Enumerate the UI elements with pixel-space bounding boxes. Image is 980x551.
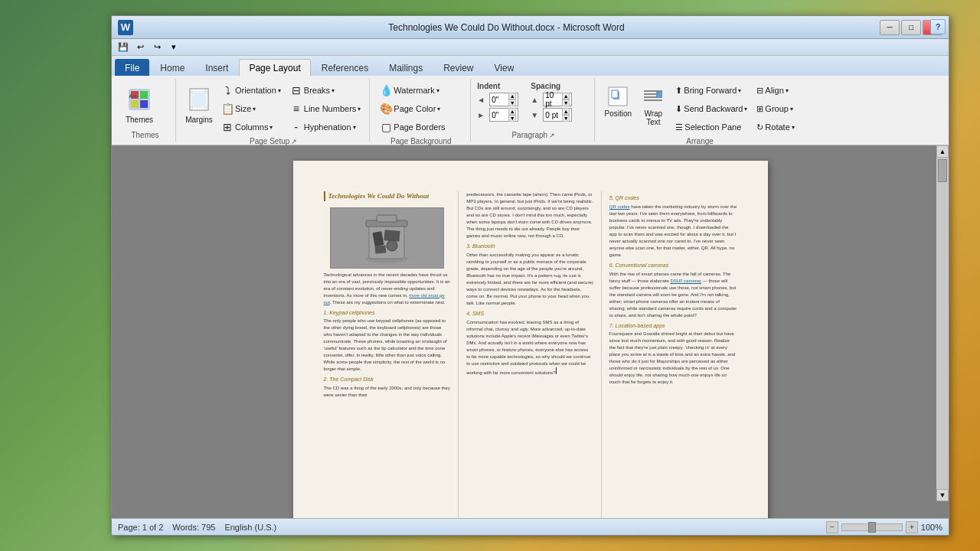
svg-rect-19 — [656, 92, 662, 98]
line-numbers-icon: ≡ — [290, 103, 302, 115]
tab-home[interactable]: Home — [150, 59, 194, 76]
indent-label: Indent — [477, 82, 518, 90]
send-backward-button[interactable]: ⬇ Send Backward ▾ — [671, 100, 751, 117]
svg-rect-2 — [140, 91, 148, 99]
indent-right-arrows: ▲ ▼ — [508, 108, 516, 122]
indent-left-up[interactable]: ▲ — [508, 93, 516, 99]
margins-button[interactable]: Margins — [182, 82, 216, 128]
trash-image — [330, 207, 444, 269]
svg-rect-4 — [140, 100, 148, 108]
themes-group-label: Themes — [119, 131, 171, 142]
minimize-button[interactable]: ─ — [880, 20, 900, 35]
line-numbers-label: Line Numbers — [304, 104, 356, 113]
margins-label: Margins — [185, 116, 213, 124]
svg-rect-18 — [644, 99, 662, 101]
dslr-link[interactable]: DSLR cameras — [670, 279, 701, 283]
vertical-scrollbar[interactable]: ▲ ▼ — [936, 145, 949, 501]
tab-mailings[interactable]: Mailings — [379, 59, 433, 76]
size-button[interactable]: 📋 Size ▾ — [217, 100, 285, 117]
indent-column: Indent ◄ 0" ▲ ▼ — [477, 82, 518, 122]
page-color-button[interactable]: 🎨 Page Color ▾ — [376, 100, 449, 117]
align-label: Align — [765, 86, 783, 95]
svg-rect-3 — [131, 100, 139, 108]
spacing-before-down[interactable]: ▼ — [562, 99, 570, 106]
window-title: Technologies We Could Do Without.docx - … — [388, 22, 624, 33]
hyphenation-label: Hyphenation — [304, 122, 351, 132]
page-column-2: predecessors, the cassette tape (ahem). … — [459, 191, 602, 518]
page-column-1: Technologies We Could Do Without — [316, 191, 459, 518]
spacing-before-label: ▲ — [531, 96, 541, 104]
tab-review[interactable]: Review — [433, 59, 483, 76]
position-icon — [607, 86, 629, 107]
selection-pane-button[interactable]: ☰ Selection Pane — [671, 119, 751, 135]
tab-page-layout[interactable]: Page Layout — [239, 59, 310, 77]
document-area[interactable]: Technologies We Could Do Without — [112, 145, 949, 518]
words-status: Words: 795 — [172, 523, 215, 532]
themes-group-content: Aa Themes — [119, 79, 159, 131]
columns-button[interactable]: ⊞ Columns ▾ — [217, 119, 285, 135]
maximize-button[interactable]: □ — [901, 20, 921, 35]
breaks-button[interactable]: ⊟ Breaks ▾ — [286, 82, 364, 99]
spacing-before-spinbox[interactable]: 10 pt ▲ ▼ — [543, 93, 572, 106]
title-bar: W Technologies We Could Do Without.docx … — [112, 16, 949, 39]
spacing-after-arrows: ▲ ▼ — [562, 108, 570, 122]
heading-cameras: 6. Conventional cameras — [609, 262, 737, 269]
qr-codes-link[interactable]: QR codes — [609, 204, 630, 209]
indent-left-down[interactable]: ▼ — [508, 99, 516, 106]
tab-references[interactable]: References — [312, 59, 378, 76]
indent-right-down[interactable]: ▼ — [508, 115, 516, 122]
paragraph-dialog-launcher[interactable]: ↗ — [549, 132, 555, 139]
word-window: W Technologies We Could Do Without.docx … — [111, 15, 949, 536]
scroll-down-button[interactable]: ▼ — [936, 489, 949, 501]
themes-button[interactable]: Aa Themes — [119, 82, 159, 128]
col1-link[interactable]: more old must go out — [324, 293, 445, 305]
redo-button[interactable]: ↪ — [150, 41, 164, 54]
indent-left-spinbox[interactable]: 0" ▲ ▼ — [489, 93, 518, 106]
group-button[interactable]: ⊞ Group ▾ — [753, 100, 798, 117]
page-borders-button[interactable]: ▢ Page Borders — [376, 119, 449, 135]
indent-right-spinbox[interactable]: 0" ▲ ▼ — [489, 108, 518, 122]
tab-insert[interactable]: Insert — [195, 59, 238, 76]
spacing-before-up[interactable]: ▲ — [562, 93, 570, 99]
position-button[interactable]: Position — [601, 82, 635, 124]
tab-file[interactable]: File — [115, 59, 149, 76]
size-label: Size — [235, 104, 251, 113]
breaks-arrow: ▾ — [332, 87, 335, 94]
spacing-before-value: 10 pt — [545, 91, 562, 108]
heading-bluetooth: 3. Bluetooth — [466, 243, 593, 250]
customize-button[interactable]: ▾ — [167, 41, 181, 54]
line-numbers-button[interactable]: ≡ Line Numbers ▾ — [286, 100, 364, 117]
undo-button[interactable]: ↩ — [133, 41, 147, 54]
page-setup-dialog-launcher[interactable]: ↗ — [291, 138, 297, 145]
align-button[interactable]: ⊟ Align ▾ — [753, 82, 798, 99]
indent-left-value: 0" — [492, 96, 508, 104]
orientation-button[interactable]: ⤵ Orientation ▾ — [217, 82, 285, 99]
page-bg-col: 💧 Watermark ▾ 🎨 Page Color ▾ ▢ Page Bord… — [376, 82, 449, 135]
spacing-after-spinbox[interactable]: 0 pt ▲ ▼ — [543, 108, 572, 122]
zoom-thumb[interactable] — [868, 522, 876, 533]
spacing-after-up[interactable]: ▲ — [562, 108, 570, 115]
arrange-far-col: ⊟ Align ▾ ⊞ Group ▾ ↻ Rotate — [753, 82, 798, 135]
col3-para7: Foursquare and Gowalla shined bright at … — [609, 331, 737, 386]
scroll-up-button[interactable]: ▲ — [936, 145, 949, 158]
bring-forward-button[interactable]: ⬆ Bring Forward ▾ — [671, 82, 751, 99]
tab-view[interactable]: View — [485, 59, 524, 76]
watermark-button[interactable]: 💧 Watermark ▾ — [376, 82, 449, 99]
wrap-text-button[interactable]: Wrap Text — [636, 82, 670, 124]
zoom-out-button[interactable]: − — [826, 521, 838, 533]
spacing-column: Spacing ▲ 10 pt ▲ ▼ — [531, 82, 572, 122]
send-backward-icon: ⬇ — [675, 104, 682, 114]
svg-text:Aa: Aa — [129, 93, 137, 99]
line-numbers-arrow: ▾ — [358, 106, 361, 112]
rotate-icon: ↻ — [756, 122, 763, 132]
margins-icon — [185, 86, 213, 113]
scroll-thumb[interactable] — [938, 159, 947, 182]
rotate-button[interactable]: ↻ Rotate ▾ — [753, 119, 798, 135]
zoom-in-button[interactable]: + — [906, 521, 918, 533]
spacing-after-down[interactable]: ▼ — [562, 115, 570, 122]
hyphenation-button[interactable]: ‐ Hyphenation ▾ — [286, 119, 364, 135]
help-button[interactable]: ? — [930, 19, 946, 34]
indent-right-up[interactable]: ▲ — [508, 108, 516, 115]
zoom-slider[interactable] — [841, 523, 903, 531]
save-button[interactable]: 💾 — [116, 41, 130, 54]
